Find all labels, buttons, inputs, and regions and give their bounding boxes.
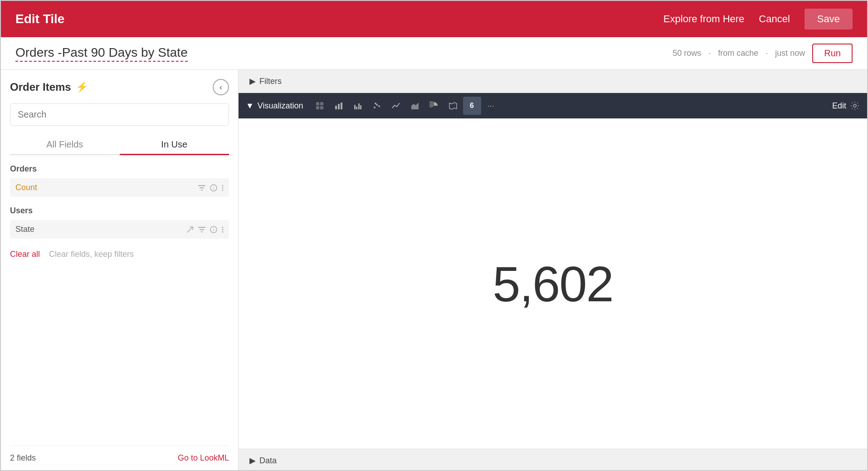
count-field-icons: i [198,184,224,191]
svg-point-9 [222,231,224,232]
viz-grouped-bar-icon[interactable] [349,97,367,115]
svg-rect-19 [358,103,360,109]
count-field-name: Count [15,183,198,192]
orders-section: Orders Count i [10,164,229,202]
count-filter-icon[interactable] [198,184,205,191]
query-meta: 50 rows · from cache · just now Run [673,44,853,63]
svg-point-4 [222,189,224,191]
sidebar-title-group: Order Items ⚡ [10,81,88,93]
svg-point-24 [375,103,376,104]
state-pivot-icon[interactable] [186,226,194,233]
viz-scatter-icon[interactable] [368,97,386,115]
back-button[interactable]: ‹ [213,79,229,95]
viz-bar-icon[interactable] [330,97,348,115]
explore-from-here-button[interactable]: Explore from Here [663,13,745,25]
run-button[interactable]: Run [812,44,853,63]
svg-point-8 [222,229,224,230]
state-field-name: State [15,225,186,234]
svg-rect-11 [320,102,323,105]
state-filter-icon[interactable] [198,226,205,233]
chevron-right-icon: ▶ [249,76,256,86]
svg-point-3 [222,187,224,188]
save-button[interactable]: Save [805,9,853,29]
svg-rect-10 [316,102,319,105]
svg-point-22 [376,104,378,106]
meta-dot2: · [766,49,768,58]
state-field-icons: i [186,226,224,233]
cancel-button[interactable]: Cancel [759,13,790,25]
svg-rect-13 [320,106,323,109]
count-info-icon[interactable]: i [210,184,217,191]
svg-text:i: i [213,186,214,191]
svg-marker-25 [411,103,419,109]
svg-rect-16 [341,103,342,109]
data-toggle[interactable]: ▶ Data [249,456,277,466]
viz-map-icon[interactable] [444,97,462,115]
users-section: Users State i [10,206,229,244]
svg-point-26 [853,104,856,107]
clear-row: Clear all Clear fields, keep filters [10,250,229,259]
count-field-row: Count i [10,178,229,197]
svg-point-21 [374,107,375,108]
meta-cache: from cache [718,49,758,58]
visualization-bar: ▼ Visualization [239,93,867,118]
viz-edit-button[interactable]: Edit [832,101,846,111]
state-field-row: State i [10,220,229,239]
tab-in-use[interactable]: In Use [120,135,229,154]
go-to-looker-button[interactable]: Go to LookML [178,453,229,463]
clear-all-button[interactable]: Clear all [10,250,40,259]
viz-toggle[interactable]: ▼ Visualization [246,101,303,111]
value-display: 5,602 [239,118,867,449]
main-value: 5,602 [493,255,613,313]
query-bar: Orders -Past 90 Days by State 50 rows · … [1,37,867,70]
page-title: Edit Tile [15,12,64,26]
svg-point-2 [222,185,224,186]
svg-rect-15 [338,104,340,109]
users-label: Users [10,206,229,216]
chevron-left-icon: ‹ [219,83,222,92]
viz-area-icon[interactable] [406,97,424,115]
filters-label: Filters [259,77,282,86]
viz-pie-icon[interactable] [425,97,443,115]
query-title: Orders -Past 90 Days by State [15,45,188,62]
svg-rect-12 [316,106,319,109]
state-info-icon[interactable]: i [210,226,217,233]
tabs: All Fields In Use [10,135,229,155]
viz-single-value-icon[interactable]: 6 [463,97,481,115]
meta-dot1: · [708,49,711,58]
viz-label: Visualization [258,101,303,111]
tab-all-fields[interactable]: All Fields [10,135,120,154]
content-area: ▶ Filters ▼ Visualization [239,70,867,471]
meta-time: just now [775,49,805,58]
chevron-down-icon: ▼ [246,101,254,111]
viz-settings-icon[interactable] [850,101,860,111]
lightning-icon: ⚡ [76,81,88,93]
data-label: Data [259,456,277,466]
meta-rows: 50 rows [673,49,701,58]
data-chevron-right-icon: ▶ [249,456,256,466]
svg-point-23 [378,105,380,107]
svg-rect-14 [335,106,337,109]
filters-toggle[interactable]: ▶ Filters [249,76,282,86]
filters-bar: ▶ Filters [239,70,867,93]
svg-point-7 [222,226,224,228]
svg-rect-20 [360,105,361,109]
data-bar: ▶ Data [239,449,867,471]
viz-more-icon[interactable]: ··· [482,101,500,111]
svg-rect-17 [354,105,356,109]
state-more-icon[interactable] [222,226,224,233]
sidebar: Order Items ⚡ ‹ All Fields In Use Orders… [1,70,239,471]
orders-label: Orders [10,164,229,174]
sidebar-footer: 2 fields Go to LookML [10,446,229,463]
search-input[interactable] [10,103,229,126]
svg-rect-18 [356,107,357,109]
clear-fields-button[interactable]: Clear fields, keep filters [49,250,134,259]
sidebar-title: Order Items [10,81,71,93]
count-more-icon[interactable] [222,184,224,191]
viz-table-icon[interactable] [311,97,329,115]
svg-text:i: i [213,227,214,232]
main-layout: Order Items ⚡ ‹ All Fields In Use Orders… [1,70,867,471]
viz-icons: 6 ··· [311,97,829,115]
header-actions: Explore from Here Cancel Save [663,9,853,29]
viz-line-icon[interactable] [387,97,405,115]
